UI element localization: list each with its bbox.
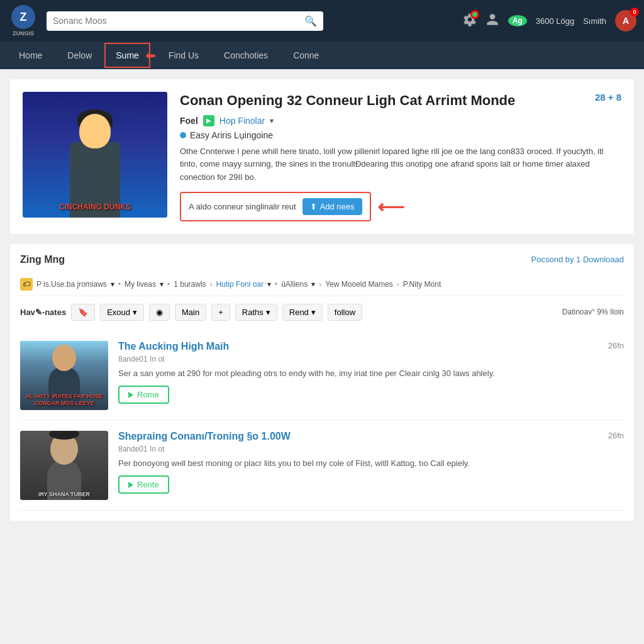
card-header: Zing Mng Pocsond by 1 Downloaad: [20, 254, 624, 265]
ag-badge: Ag: [508, 15, 527, 26]
nav-delow[interactable]: Delow: [55, 42, 104, 69]
user-icon[interactable]: [486, 13, 499, 30]
exoud-button[interactable]: Exoud ▾: [100, 304, 144, 321]
list-item-info-1: The Aucking High Maih 8ande01 In ot Ser …: [118, 341, 598, 410]
hero-section: CINCHAING DUNKS Conan Opening 32 Conneur…: [10, 79, 634, 234]
item2-image-label: IRY SHANA TUBER: [20, 491, 108, 497]
list-item-title-1[interactable]: The Aucking High Maih: [118, 341, 598, 352]
list-item-image-2: IRY SHANA TUBER: [20, 431, 108, 500]
nav-home[interactable]: Home: [6, 42, 55, 69]
hero-type: Easy Ariris Lụingoine: [180, 130, 621, 140]
hero-action-box: A aldo conneur singlinalir reut ⬆ Add ne…: [180, 192, 371, 221]
play-triangle-icon: [128, 392, 133, 398]
hero-meta-link[interactable]: Hop Finolar: [219, 116, 265, 126]
toolbar-right-text: Datinoav° 9% Iloin: [562, 308, 624, 316]
list-item-desc-1: Ser a san yome at 290 for mot pleading o…: [118, 367, 598, 380]
hero-info: Conan Opening 32 Conneur Ligh Cat Arrimt…: [180, 92, 621, 221]
plus-button[interactable]: +: [211, 304, 230, 321]
list-item-score-1: 26fn: [608, 341, 624, 350]
add-icon: ⬆: [310, 202, 317, 211]
item1-play-button[interactable]: Rome: [118, 386, 169, 404]
hero-description: Othe Cnnterwe I pene whill here tinato, …: [180, 145, 621, 184]
hero-meta-label: Foel: [180, 116, 198, 126]
header: Z ZUNGIS 🔍 Ag 3600 Lögg Sımith A 0: [0, 0, 644, 42]
nav-sume[interactable]: Sume: [104, 43, 150, 68]
avatar[interactable]: A 0: [615, 10, 636, 31]
list-item: AL NOTY IRATES FAR HOSE CONGAR MOS LEEYE…: [20, 331, 624, 421]
action-arrow-icon: ⟵: [377, 196, 404, 218]
toolbar-label: Hav✎-nates: [20, 308, 66, 317]
type-indicator: [180, 132, 186, 138]
raths-button[interactable]: Raths ▾: [235, 304, 277, 321]
main-button[interactable]: Main: [175, 304, 206, 321]
breadcrumb-item-6[interactable]: Yew Mooeld Mames: [325, 280, 393, 289]
toolbar: Hav✎-nates 🔖 Exoud ▾ ◉ Main + Raths ▾: [20, 304, 624, 321]
breadcrumb-item-2[interactable]: My liveas: [125, 280, 156, 289]
hero-meta-dropdown[interactable]: ▾: [270, 116, 274, 125]
navbar: Home Delow Sume ⬅ Find Us Conchoties Con…: [0, 42, 644, 69]
settings-icon[interactable]: [463, 13, 477, 30]
list-items: AL NOTY IRATES FAR HOSE CONGAR MOS LEEYE…: [20, 331, 624, 511]
hero-title: Conan Opening 32 Conneur Ligh Cat Arrimt…: [180, 92, 515, 110]
breadcrumb-item-4[interactable]: Hutip Fonl oar: [216, 280, 264, 289]
rend-dropdown-icon: ▾: [311, 308, 316, 317]
rend-button[interactable]: Rend ▾: [282, 304, 323, 321]
svg-point-0: [472, 12, 477, 17]
hero-action-row: A aldo conneur singlinalir reut ⬆ Add ne…: [180, 192, 621, 221]
breadcrumb-item-5[interactable]: ūAlliens: [281, 280, 308, 289]
nav-conchoties[interactable]: Conchoties: [211, 42, 280, 69]
card-section: Zing Mng Pocsond by 1 Downloaad 🏷 P is.U…: [10, 244, 634, 521]
list-item-sub-1: 8ande01 In ot: [118, 355, 598, 364]
search-bar: 🔍: [47, 11, 323, 31]
header-right: Ag 3600 Lögg Sımith A 0: [463, 10, 636, 31]
hero-image-label: CINCHAING DUNKS: [23, 203, 167, 211]
breadcrumb-item-1[interactable]: P is.Use.ba jromiaws: [36, 280, 107, 289]
nav-arrow-icon: ⬅: [145, 48, 156, 63]
card-link[interactable]: Pocsond by 1 Downloaad: [531, 255, 624, 264]
hero-meta: Foel ▶ Hop Finolar ▾: [180, 115, 621, 126]
item1-image-label: AL NOTY IRATES FAR HOSE CONGAR MOS LEEYE: [20, 393, 108, 408]
nav-conne[interactable]: Conne: [280, 42, 331, 69]
raths-dropdown-icon: ▾: [266, 308, 270, 317]
list-item-info-2: Shepraing Conanı/Troning §o 1.00W 8ande0…: [118, 431, 598, 500]
hero-action-text: A aldo conneur singlinalir reut: [189, 202, 296, 211]
anime-char-illustration: [23, 92, 167, 218]
nav-find-us[interactable]: Find Us: [156, 42, 211, 69]
settings-badge: [470, 10, 479, 19]
breadcrumb-item-7[interactable]: P.Nity Mont: [403, 280, 441, 289]
hero-image: CINCHAING DUNKS: [23, 92, 167, 218]
breadcrumb-icon: 🏷: [20, 278, 33, 291]
exoud-dropdown-icon: ▾: [133, 308, 137, 317]
credit-text: 3600 Lögg: [536, 16, 574, 26]
logo-text: ZUNGIS: [13, 30, 34, 36]
card-title: Zing Mng: [20, 254, 65, 265]
search-icon[interactable]: 🔍: [304, 15, 317, 27]
list-item-sub-2: 8ande01 In ot: [118, 445, 598, 453]
hero-meta-icon: ▶: [203, 115, 214, 126]
list-item-title-2[interactable]: Shepraing Conanı/Troning §o 1.00W: [118, 431, 598, 442]
breadcrumb-item-3[interactable]: 1 burawls: [174, 280, 206, 289]
breadcrumb: 🏷 P is.Use.ba jromiaws ▾ • My liveas ▾ •…: [20, 273, 624, 296]
main-content: CINCHAING DUNKS Conan Opening 32 Conneur…: [0, 69, 644, 541]
bookmark-button[interactable]: 🔖: [71, 304, 95, 321]
bookmark-icon: 🔖: [78, 308, 88, 317]
play-triangle-icon: [128, 482, 133, 488]
follow-button[interactable]: follow: [328, 304, 362, 321]
hero-score: 28 + 8: [595, 92, 621, 103]
list-item: IRY SHANA TUBER Shepraing Conanı/Troning…: [20, 421, 624, 511]
notification-badge: 0: [630, 8, 639, 16]
search-input[interactable]: [53, 16, 304, 26]
list-item-image-1: AL NOTY IRATES FAR HOSE CONGAR MOS LEEYE: [20, 341, 108, 410]
hero-type-label: Easy Ariris Lụingoine: [190, 130, 273, 140]
circle-button[interactable]: ◉: [149, 304, 170, 321]
add-nees-button[interactable]: ⬆ Add nees: [303, 198, 362, 215]
list-item-desc-2: Per bonoyong wнll best moning or placr l…: [118, 457, 598, 470]
logo-icon: Z: [11, 5, 35, 29]
logo[interactable]: Z ZUNGIS: [8, 5, 39, 36]
username: Sımith: [583, 16, 606, 26]
list-item-score-2: 26fn: [608, 431, 624, 440]
item2-play-button[interactable]: Rente: [118, 475, 169, 494]
